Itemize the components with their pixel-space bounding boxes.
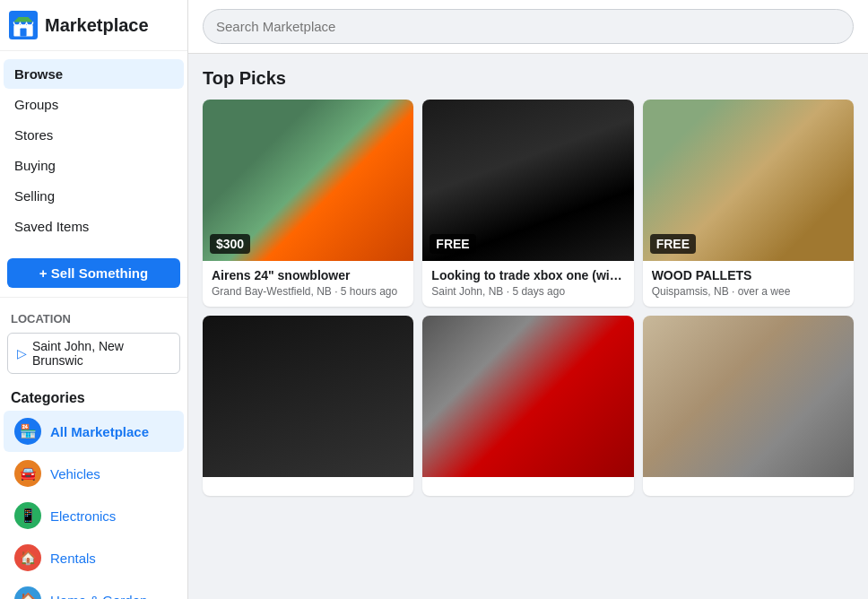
price-badge: FREE (650, 234, 696, 254)
listing-image: $300 (203, 100, 413, 261)
sidebar-item-buying[interactable]: Buying (4, 151, 184, 180)
listing-info (643, 477, 854, 496)
sidebar-item-selling[interactable]: Selling (4, 181, 184, 211)
sidebar-item-groups[interactable]: Groups (4, 90, 184, 119)
listing-meta: Grand Bay-Westfield, NB · 5 hours ago (212, 285, 404, 298)
listing-image: FREE (643, 100, 854, 261)
sidebar-nav: Browse Groups Stores Buying Selling Save… (0, 51, 187, 249)
vehicles-icon: 🚘 (14, 460, 41, 487)
listing-info: WOOD PALLETS Quispamsis, NB · over a wee (643, 261, 854, 307)
category-vehicles-label: Vehicles (50, 466, 100, 482)
category-all-label: All Marketplace (50, 424, 149, 439)
listing-card[interactable]: $300 Airens 24" snowblower Grand Bay-Wes… (203, 100, 413, 307)
sidebar-header: Marketplace (0, 0, 187, 51)
category-electronics[interactable]: 📱 Electronics (4, 495, 184, 536)
price-badge: FREE (430, 234, 475, 254)
svg-rect-2 (20, 29, 26, 37)
location-icon: ▷ (17, 346, 27, 360)
location-label: Location (0, 305, 187, 329)
sidebar-title-text: Marketplace (45, 15, 149, 36)
electronics-icon: 📱 (14, 502, 41, 529)
listing-meta: Saint John, NB · 5 days ago (431, 285, 624, 298)
listing-info (203, 477, 413, 496)
category-home-garden[interactable]: 🏠 Home & Garden (4, 579, 184, 599)
listing-title: Looking to trade xbox one (with ... (431, 268, 624, 282)
listing-info (422, 477, 633, 496)
listing-image (643, 316, 854, 477)
home-garden-icon: 🏠 (14, 586, 41, 599)
section-title: Top Picks (203, 68, 854, 89)
category-electronics-label: Electronics (50, 508, 116, 524)
category-rentals[interactable]: 🏠 Rentals (4, 537, 184, 578)
listing-card[interactable] (203, 316, 413, 496)
listings-grid: $300 Airens 24" snowblower Grand Bay-Wes… (203, 100, 854, 496)
category-home-label: Home & Garden (50, 593, 147, 600)
listing-info: Airens 24" snowblower Grand Bay-Westfiel… (203, 261, 413, 307)
content-area: Top Picks $300 Airens 24" snowblower Gra… (188, 54, 868, 510)
store-icon (9, 11, 38, 39)
listing-title: WOOD PALLETS (652, 268, 845, 282)
search-bar-area (188, 0, 868, 54)
listing-card[interactable] (643, 316, 854, 496)
rentals-icon: 🏠 (14, 544, 41, 571)
category-vehicles[interactable]: 🚘 Vehicles (4, 453, 184, 494)
sidebar-item-browse[interactable]: Browse (4, 59, 184, 89)
listing-info: Looking to trade xbox one (with ... Sain… (422, 261, 633, 307)
location-selector[interactable]: ▷ Saint John, New Brunswic (7, 333, 180, 374)
listing-image (203, 316, 413, 477)
main-content: Top Picks $300 Airens 24" snowblower Gra… (188, 0, 868, 599)
sidebar-item-stores[interactable]: Stores (4, 120, 184, 150)
listing-card[interactable]: FREE WOOD PALLETS Quispamsis, NB · over … (643, 100, 854, 307)
sidebar: Marketplace Browse Groups Stores Buying … (0, 0, 188, 599)
location-value: Saint John, New Brunswic (32, 339, 170, 368)
category-rentals-label: Rentals (50, 551, 96, 566)
category-all-marketplace[interactable]: 🏪 All Marketplace (4, 411, 184, 452)
all-marketplace-icon: 🏪 (14, 418, 41, 445)
divider (0, 297, 187, 298)
price-badge: $300 (210, 234, 250, 254)
listing-card[interactable] (422, 316, 633, 496)
sidebar-item-saved-items[interactable]: Saved Items (4, 212, 184, 241)
listing-image (422, 316, 633, 477)
search-input[interactable] (203, 9, 854, 44)
categories-label: Categories (0, 381, 187, 410)
listing-image: FREE (422, 100, 633, 261)
listing-card[interactable]: FREE Looking to trade xbox one (with ...… (422, 100, 633, 307)
sell-something-button[interactable]: + Sell Something (7, 258, 180, 288)
listing-title: Airens 24" snowblower (212, 268, 404, 282)
listing-meta: Quispamsis, NB · over a wee (652, 285, 845, 298)
